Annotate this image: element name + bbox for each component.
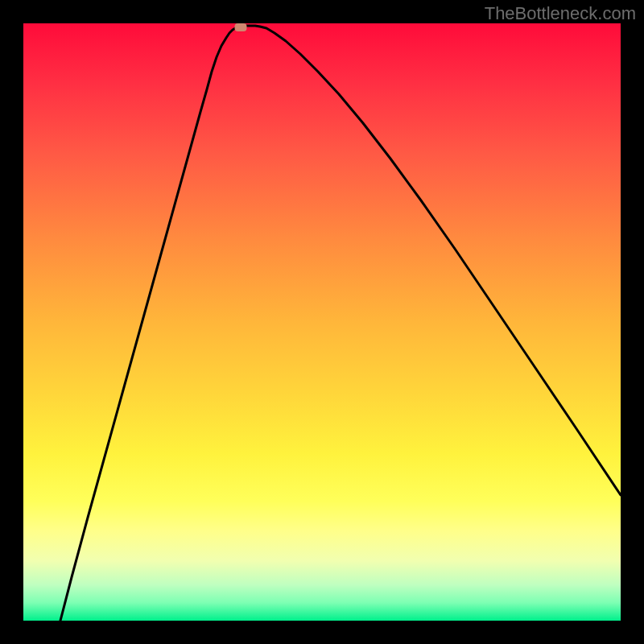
watermark-label: TheBottleneck.com bbox=[485, 3, 636, 24]
chart-svg bbox=[23, 23, 621, 621]
bottleneck-curve bbox=[60, 26, 621, 621]
chart-frame: TheBottleneck.com bbox=[0, 0, 644, 644]
optimum-marker bbox=[235, 23, 247, 31]
